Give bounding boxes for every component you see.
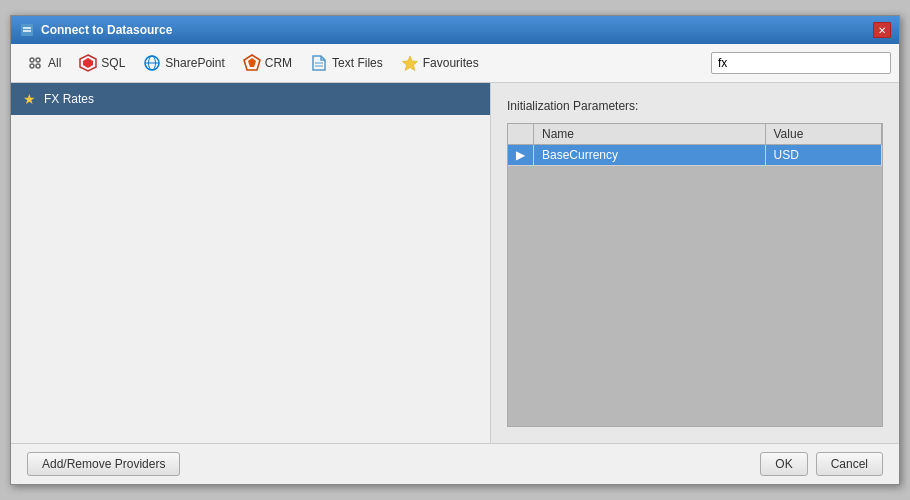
left-panel: ★ FX Rates — [11, 83, 491, 443]
content-area: ★ FX Rates Initialization Parameters: Na… — [11, 83, 899, 443]
col-indicator — [508, 124, 534, 145]
params-table-container: Name Value ▶ BaseCurrency USD — [507, 123, 883, 427]
table-header-row: Name Value — [508, 124, 882, 145]
window-icon — [19, 22, 35, 38]
tab-favourites-label: Favourites — [423, 56, 479, 70]
footer: Add/Remove Providers OK Cancel — [11, 443, 899, 484]
ok-button[interactable]: OK — [760, 452, 807, 476]
tab-all-label: All — [48, 56, 61, 70]
tab-favourites[interactable]: Favourites — [394, 50, 486, 76]
toolbar: All SQL SharePoint — [11, 44, 899, 83]
search-input[interactable] — [711, 52, 891, 74]
tab-sql-label: SQL — [101, 56, 125, 70]
main-window: Connect to Datasource ✕ All — [10, 15, 900, 485]
svg-point-4 — [36, 58, 40, 62]
tab-sql[interactable]: SQL — [72, 50, 132, 76]
textfiles-icon — [310, 54, 328, 72]
tab-crm[interactable]: CRM — [236, 50, 299, 76]
col-value: Value — [765, 124, 882, 145]
right-panel: Initialization Parameters: Name Value ▶ … — [491, 83, 899, 443]
sharepoint-icon — [143, 54, 161, 72]
tab-crm-label: CRM — [265, 56, 292, 70]
tab-sharepoint[interactable]: SharePoint — [136, 50, 231, 76]
svg-marker-16 — [402, 56, 417, 71]
title-bar: Connect to Datasource ✕ — [11, 16, 899, 44]
tab-all[interactable]: All — [19, 50, 68, 76]
crm-icon — [243, 54, 261, 72]
tab-textfiles[interactable]: Text Files — [303, 50, 390, 76]
svg-marker-13 — [248, 58, 256, 67]
tab-sharepoint-label: SharePoint — [165, 56, 224, 70]
svg-point-6 — [36, 64, 40, 68]
add-remove-providers-button[interactable]: Add/Remove Providers — [27, 452, 180, 476]
star-icon: ★ — [23, 91, 36, 107]
cancel-button[interactable]: Cancel — [816, 452, 883, 476]
svg-point-5 — [30, 64, 34, 68]
window-title: Connect to Datasource — [41, 23, 172, 37]
search-box — [711, 52, 891, 74]
svg-rect-0 — [21, 24, 33, 36]
col-name: Name — [534, 124, 766, 145]
close-button[interactable]: ✕ — [873, 22, 891, 38]
params-table: Name Value ▶ BaseCurrency USD — [508, 124, 882, 166]
param-name: BaseCurrency — [534, 145, 766, 166]
list-item[interactable]: ★ FX Rates — [11, 83, 490, 115]
tab-textfiles-label: Text Files — [332, 56, 383, 70]
favourites-icon — [401, 54, 419, 72]
param-value[interactable]: USD — [765, 145, 882, 166]
all-icon — [26, 54, 44, 72]
list-item-label: FX Rates — [44, 92, 94, 106]
svg-point-3 — [30, 58, 34, 62]
sql-icon — [79, 54, 97, 72]
row-indicator: ▶ — [508, 145, 534, 166]
params-label: Initialization Parameters: — [507, 99, 883, 113]
table-row[interactable]: ▶ BaseCurrency USD — [508, 145, 882, 166]
svg-marker-8 — [83, 58, 93, 68]
